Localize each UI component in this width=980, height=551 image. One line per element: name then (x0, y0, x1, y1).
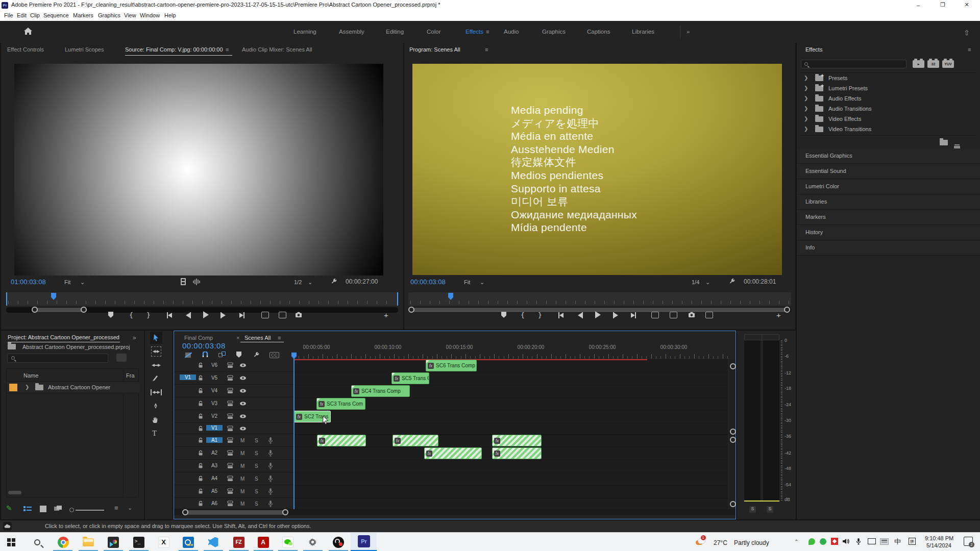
new-custom-bin-icon[interactable] (940, 140, 948, 145)
source-playhead[interactable] (51, 293, 56, 300)
program-mark-in-button[interactable]: { (521, 311, 525, 319)
lock-icon[interactable] (198, 488, 204, 494)
toggle-track-output-eye-icon[interactable] (239, 426, 247, 431)
timeline-ruler[interactable]: 00:00:05:00 00:00:10:00 00:00:15:00 00:0… (294, 343, 728, 359)
workspace-tab-color[interactable]: Color (427, 29, 440, 35)
program-goto-out-button[interactable] (631, 312, 636, 318)
sync-lock-icon[interactable] (227, 362, 234, 368)
mute-button[interactable]: M (240, 463, 244, 469)
workspace-overflow-chevrons[interactable]: » (687, 29, 690, 35)
project-col-frame[interactable]: Fra (126, 372, 135, 379)
track-name-v3[interactable]: V3 (206, 400, 223, 406)
program-zoom-handle-right[interactable] (784, 307, 790, 313)
effects-bin-video-effects[interactable]: ❯Video Effects (801, 114, 976, 124)
tray-display-icon[interactable] (868, 538, 876, 544)
project-item-expand-icon[interactable]: ❯ (25, 384, 29, 390)
audio-clip-a1-1[interactable]: fx (317, 435, 366, 446)
terminal-color-icon[interactable] (107, 536, 119, 548)
lock-icon[interactable] (198, 463, 204, 469)
toggle-track-output-eye-icon[interactable] (239, 363, 247, 368)
source-goto-out-button[interactable] (239, 312, 244, 318)
menu-window[interactable]: Window (140, 12, 160, 18)
tab-effects[interactable]: Effects (805, 46, 822, 53)
effects-panel-menu-icon[interactable]: ≡ (968, 46, 971, 53)
sync-lock-icon[interactable] (227, 375, 234, 381)
workspace-tab-libraries[interactable]: Libraries (632, 29, 654, 35)
timeline-tab-menu-icon[interactable]: ≡ (278, 335, 281, 341)
track-name-v2[interactable]: V2 (206, 413, 223, 419)
creative-cloud-icon[interactable] (3, 522, 12, 531)
captions-cc-icon[interactable]: CC (270, 352, 279, 358)
timeline-settings-wrench-icon[interactable] (253, 352, 260, 359)
audio-clip-a2-2[interactable]: fx (492, 447, 542, 459)
sync-lock-icon[interactable] (227, 463, 234, 469)
home-icon[interactable] (23, 27, 33, 35)
track-name-a1[interactable]: A1 (206, 437, 223, 443)
linked-selection-icon[interactable] (218, 352, 226, 359)
accelerated-effects-icon[interactable]: ▸ (913, 60, 924, 68)
weather-temp[interactable]: 27°C (714, 539, 727, 546)
panel-libraries[interactable]: Libraries (797, 194, 980, 210)
tray-ime-icon[interactable]: 中 (894, 537, 901, 546)
panel-history[interactable]: History (797, 225, 980, 240)
project-search-input[interactable] (7, 354, 108, 363)
source-video-frame[interactable] (14, 64, 383, 276)
tool-hand[interactable] (152, 416, 159, 423)
solo-button[interactable]: S (255, 489, 258, 494)
project-item-label[interactable]: Abstract Cartoon Opener (48, 384, 110, 390)
tool-razor[interactable] (152, 374, 159, 382)
timeline-vscroll[interactable] (729, 359, 736, 509)
tool-selection[interactable] (150, 332, 162, 344)
tray-touchpad-icon[interactable] (880, 538, 889, 545)
audio-clip-a2-1[interactable]: fx (424, 447, 482, 459)
lock-icon[interactable] (198, 500, 204, 507)
project-list-view-icon[interactable] (23, 506, 32, 512)
solo-button[interactable]: S (255, 450, 258, 456)
source-overwrite-button[interactable] (279, 312, 286, 318)
menu-clip[interactable]: Clip (30, 12, 40, 18)
project-freeform-view-icon[interactable] (54, 506, 62, 512)
track-name-a2[interactable]: A2 (206, 450, 223, 456)
voiceover-mic-icon[interactable] (267, 500, 274, 507)
mute-button[interactable]: M (240, 476, 244, 482)
start-button[interactable] (5, 536, 17, 548)
effects-bin-audio-transitions[interactable]: ❯Audio Transitions (801, 104, 976, 114)
acrobat-icon[interactable]: A (257, 536, 270, 548)
close-button[interactable]: ✕ (959, 0, 974, 10)
track-name-v5[interactable]: V5 (206, 375, 223, 381)
taskbar-search-icon[interactable] (31, 536, 43, 548)
program-scrub-bar[interactable] (408, 292, 791, 306)
panel-essential-graphics[interactable]: Essential Graphics (797, 148, 980, 164)
panel-info[interactable]: Info (797, 240, 980, 256)
source-export-frame-icon[interactable] (295, 312, 302, 318)
source-tab-menu-icon[interactable]: ≡ (226, 46, 229, 53)
toggle-track-output-eye-icon[interactable] (239, 375, 247, 381)
mute-button[interactable]: M (240, 501, 244, 507)
tray-ime2-icon[interactable]: 拼 (909, 538, 916, 545)
project-sort-icon[interactable]: ≡ (114, 504, 118, 512)
source-mark-out-button[interactable]: } (146, 311, 151, 319)
weather-text[interactable]: Partly cloudy (734, 539, 769, 546)
project-item-row[interactable]: ❯ Abstract Cartoon Opener (7, 382, 139, 393)
tool-pen[interactable] (152, 403, 159, 410)
program-mark-out-button[interactable]: } (538, 311, 542, 319)
sync-lock-icon[interactable] (227, 475, 234, 482)
sync-lock-icon[interactable] (227, 413, 234, 419)
workspace-tab-graphics[interactable]: Graphics (542, 29, 566, 35)
premiere-taskbar-highlight[interactable]: Pr (351, 533, 377, 550)
tab-project[interactable]: Project: Abstract Cartoon Opener_process… (8, 334, 119, 340)
program-comparison-view-button[interactable] (705, 312, 713, 318)
snap-magnet-icon[interactable] (202, 352, 209, 359)
wechat-icon[interactable] (281, 536, 294, 548)
solo-button[interactable]: S (255, 463, 258, 469)
capcut-icon[interactable]: X (157, 536, 170, 548)
track-name-a5[interactable]: A5 (206, 488, 223, 494)
panel-lumetri-color[interactable]: Lumetri Color (797, 179, 980, 194)
program-play-button[interactable] (595, 311, 601, 318)
maximize-button[interactable]: ❐ (935, 0, 950, 10)
settings-gear-icon[interactable] (306, 536, 319, 548)
program-extract-button[interactable] (670, 312, 677, 318)
weather-icon[interactable]: 1 (694, 536, 707, 548)
project-item-color-chip[interactable] (9, 384, 17, 391)
effects-bin-audio-effects[interactable]: ❯Audio Effects (801, 93, 976, 104)
